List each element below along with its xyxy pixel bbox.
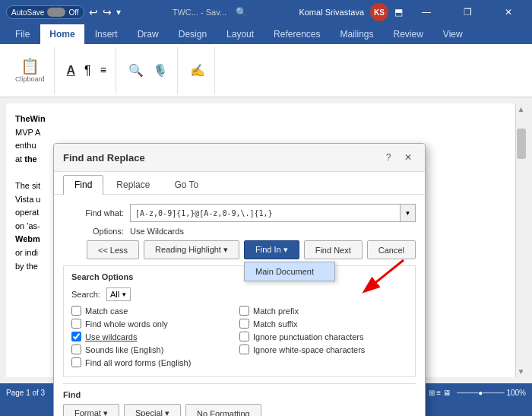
main-document-item[interactable]: Main Document bbox=[245, 262, 334, 281]
doc-para-1: TheWin bbox=[15, 113, 506, 126]
view-icons: ⊞ ≡ 🖥 bbox=[429, 389, 451, 397]
no-formatting-button[interactable]: No Formatting bbox=[185, 404, 261, 416]
doc-title-text: TWC... - Sav... bbox=[173, 8, 226, 17]
ignore-whitespace-checkbox[interactable] bbox=[239, 345, 249, 354]
sounds-like-row: Sounds like (English) bbox=[71, 345, 239, 354]
ribbon-toolbar: 📋 Clipboard A ¶ ≡ 🔍 🎙️ ✍ bbox=[0, 44, 532, 97]
avatar[interactable]: KS bbox=[370, 3, 388, 21]
tab-file[interactable]: File bbox=[6, 24, 39, 44]
tab-find[interactable]: Find bbox=[63, 175, 103, 195]
autosave-toggle[interactable] bbox=[47, 8, 65, 17]
options-label: Options: bbox=[63, 227, 124, 236]
paste-button[interactable]: 📋 Clipboard bbox=[12, 57, 48, 84]
ribbon-tabs: File Home Insert Draw Design Layout Refe… bbox=[6, 24, 526, 44]
dialog-title: Find and Replace bbox=[63, 152, 145, 164]
sounds-like-checkbox[interactable] bbox=[71, 345, 81, 354]
tab-references[interactable]: References bbox=[264, 24, 329, 44]
find-what-dropdown-arrow[interactable]: ▼ bbox=[400, 205, 415, 221]
tab-layout[interactable]: Layout bbox=[217, 24, 263, 44]
find-in-wrapper: Find In ▾ Main Document bbox=[244, 240, 299, 259]
tab-view[interactable]: View bbox=[434, 24, 472, 44]
reading-highlight-wrapper: Reading Highlight ▾ bbox=[144, 240, 239, 259]
search-all-row: Search: All ▼ bbox=[71, 287, 407, 301]
doc-para-2: MVP A bbox=[15, 126, 506, 140]
window-title: TWC... - Sav... 🔍 bbox=[121, 7, 299, 17]
match-case-checkbox[interactable] bbox=[71, 306, 81, 316]
minimize-button[interactable]: — bbox=[409, 0, 444, 24]
redo-icon[interactable]: ↪ bbox=[103, 6, 112, 18]
user-initials: KS bbox=[374, 8, 385, 17]
close-button[interactable]: ✕ bbox=[491, 0, 526, 24]
tab-draw[interactable]: Draw bbox=[128, 24, 168, 44]
options-row: Options: Use Wildcards bbox=[63, 227, 416, 236]
undo-icon[interactable]: ↩ bbox=[89, 6, 98, 18]
all-word-forms-checkbox[interactable] bbox=[71, 357, 81, 367]
maximize-button[interactable]: ❐ bbox=[450, 0, 485, 24]
scroll-up-arrow[interactable]: ▲ bbox=[518, 105, 525, 113]
find-next-button[interactable]: Find Next bbox=[304, 240, 363, 259]
find-section-title: Find bbox=[63, 390, 416, 399]
tab-design[interactable]: Design bbox=[169, 24, 216, 44]
special-button[interactable]: Special ▾ bbox=[124, 404, 181, 416]
find-in-button[interactable]: Find In ▾ bbox=[244, 240, 299, 259]
search-icon[interactable]: 🔍 bbox=[236, 7, 247, 17]
sounds-like-label[interactable]: Sounds like (English) bbox=[85, 345, 163, 354]
use-wildcards-label[interactable]: Use wildcards bbox=[85, 332, 137, 341]
zoom-slider[interactable]: ────●──── 100% bbox=[457, 389, 526, 397]
search-ribbon-button[interactable]: 🔍 bbox=[125, 62, 147, 79]
microphone-button[interactable]: 🎙️ bbox=[150, 62, 171, 79]
whole-words-checkbox[interactable] bbox=[71, 319, 81, 329]
font-color-button[interactable]: A bbox=[64, 62, 79, 79]
find-in-dropdown: Main Document bbox=[244, 262, 335, 281]
find-what-input[interactable] bbox=[131, 207, 400, 220]
tools-group: 🔍 🎙️ bbox=[119, 47, 178, 94]
tab-goto[interactable]: Go To bbox=[163, 175, 210, 194]
all-word-forms-label[interactable]: Find all word forms (English) bbox=[85, 358, 191, 367]
clipboard-group: 📋 Clipboard bbox=[6, 47, 55, 94]
ignore-punctuation-label[interactable]: Ignore punctuation characters bbox=[253, 332, 364, 341]
tab-review[interactable]: Review bbox=[385, 24, 432, 44]
cancel-button[interactable]: Cancel bbox=[367, 240, 416, 259]
search-ribbon-icon: 🔍 bbox=[128, 63, 144, 78]
ignore-punctuation-checkbox[interactable] bbox=[239, 332, 249, 341]
format-button[interactable]: Format ▾ bbox=[63, 404, 119, 416]
username: Komal Srivastava bbox=[299, 8, 364, 17]
dialog-titlebar: Find and Replace ? ✕ bbox=[54, 144, 425, 172]
scrollbar[interactable]: ▲ ▼ bbox=[515, 103, 526, 377]
tab-insert[interactable]: Insert bbox=[86, 24, 127, 44]
tab-replace[interactable]: Replace bbox=[105, 175, 161, 194]
align-icon: ≡ bbox=[100, 64, 106, 76]
match-suffix-checkbox[interactable] bbox=[239, 319, 249, 329]
match-case-label[interactable]: Match case bbox=[85, 306, 128, 316]
find-buttons: Format ▾ Special ▾ No Formatting bbox=[63, 404, 416, 416]
tab-home[interactable]: Home bbox=[40, 24, 84, 44]
autosave-badge[interactable]: AutoSave Off bbox=[6, 5, 84, 19]
tab-mailings[interactable]: Mailings bbox=[331, 24, 382, 44]
content-area: TheWin MVP A enthu at the The sit Vista … bbox=[0, 97, 532, 383]
ignore-whitespace-label[interactable]: Ignore white-space characters bbox=[253, 345, 365, 354]
whole-words-label[interactable]: Find whole words only bbox=[85, 319, 168, 329]
match-case-row: Match case bbox=[71, 306, 239, 316]
match-suffix-label[interactable]: Match suffix bbox=[253, 319, 298, 329]
search-select-arrow: ▼ bbox=[121, 291, 127, 298]
scroll-down-arrow[interactable]: ▼ bbox=[518, 367, 525, 376]
dialog-close-button[interactable]: ✕ bbox=[401, 150, 416, 165]
use-wildcards-checkbox[interactable] bbox=[71, 332, 81, 341]
search-select[interactable]: All ▼ bbox=[106, 287, 131, 301]
paragraph-button[interactable]: ¶ bbox=[81, 62, 94, 79]
search-value: All bbox=[110, 290, 119, 299]
insert-icon-button[interactable]: ✍ bbox=[187, 62, 208, 79]
find-section: Find Format ▾ Special ▾ No Formatting bbox=[63, 383, 416, 416]
options-columns: Match case Find whole words only Use wil… bbox=[71, 306, 407, 370]
match-prefix-label[interactable]: Match prefix bbox=[253, 306, 299, 316]
search-options-title: Search Options bbox=[71, 272, 407, 281]
dialog-help-button[interactable]: ? bbox=[381, 150, 396, 165]
scroll-thumb[interactable] bbox=[517, 129, 526, 159]
align-button[interactable]: ≡ bbox=[97, 62, 109, 79]
match-prefix-checkbox[interactable] bbox=[239, 306, 249, 316]
ignore-whitespace-row: Ignore white-space characters bbox=[239, 345, 407, 354]
less-button[interactable]: << Less bbox=[87, 240, 139, 259]
reading-highlight-button[interactable]: Reading Highlight ▾ bbox=[144, 240, 239, 259]
dialog-body: Find what: ▼ Options: Use Wildcards << L… bbox=[54, 195, 425, 416]
ribbon-toggle-icon[interactable]: ⬒ bbox=[394, 7, 403, 17]
